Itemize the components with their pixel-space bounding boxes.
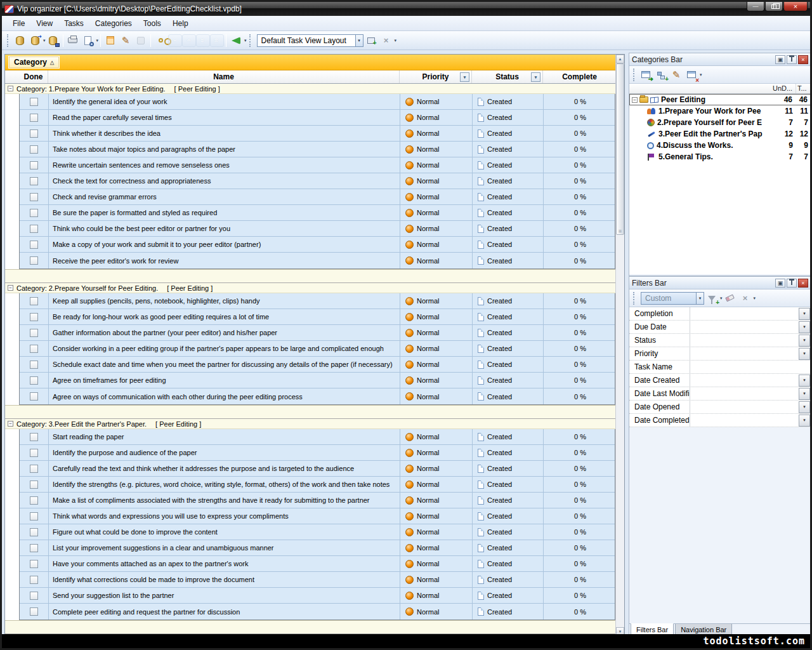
categories-float-button[interactable]: ▣	[775, 55, 785, 64]
minimize-button[interactable]: —	[747, 2, 764, 11]
column-total[interactable]: T...	[796, 84, 811, 93]
done-checkbox[interactable]	[30, 345, 38, 353]
delete-filter-button[interactable]: ×	[738, 291, 753, 306]
tree-item[interactable]: 1.Prepare Your Work for Pee 11 11	[629, 105, 811, 117]
done-checkbox[interactable]	[30, 329, 38, 337]
done-checkbox[interactable]	[30, 576, 38, 584]
scroll-up-button[interactable]: ▲	[616, 55, 624, 63]
done-checkbox[interactable]	[30, 496, 38, 505]
toolbar-grip[interactable]	[633, 292, 636, 305]
menu-help[interactable]: Help	[167, 17, 194, 30]
done-checkbox[interactable]	[30, 98, 38, 106]
tree-item[interactable]: 2.Prepare Yourself for Peer E 7 7	[629, 117, 811, 128]
filter-value-area[interactable]	[690, 401, 799, 413]
task-row[interactable]: Think who could be the best peer editor …	[20, 221, 615, 237]
done-checkbox[interactable]	[30, 449, 38, 457]
task-row[interactable]: Think whether it describes the idea Norm…	[20, 126, 615, 142]
open-database-button[interactable]: ➜	[27, 33, 43, 48]
done-checkbox[interactable]	[30, 361, 38, 369]
task-row[interactable]: Agree on timeframes for peer editing Nor…	[20, 373, 615, 388]
menu-file[interactable]: File	[7, 17, 30, 30]
task-row[interactable]: Take notes about major topics and paragr…	[20, 142, 615, 157]
layout-options-dropdown[interactable]: ▾	[395, 38, 397, 43]
filter-value-area[interactable]	[690, 321, 799, 333]
tree-item[interactable]: 5.General Tips. 7 7	[629, 151, 811, 162]
category-group-header[interactable]: − Category: 2.Prepare Yourself for Peer …	[5, 283, 615, 293]
collapse-icon[interactable]: −	[8, 285, 13, 291]
task-row[interactable]: Carefully read the text and think whethe…	[20, 461, 615, 477]
filter-preset-dropdown[interactable]: ▾	[696, 293, 704, 304]
status-filter-button[interactable]: ▾	[531, 72, 540, 82]
done-checkbox[interactable]	[30, 433, 38, 441]
filter-value-area[interactable]	[690, 347, 799, 360]
toolbar-grip[interactable]	[7, 34, 10, 47]
task-row[interactable]: Identify the purpose and audience of the…	[20, 445, 615, 461]
task-row[interactable]: Be ready for long-hour work as good peer…	[20, 309, 615, 325]
filter-dropdown-button[interactable]: ▾	[799, 321, 810, 333]
filters-toolbar-dropdown[interactable]: ▾	[754, 296, 756, 301]
column-priority[interactable]: Priority ▾	[400, 70, 472, 83]
reminder-button[interactable]	[228, 33, 244, 48]
filter-preset-combobox[interactable]: Custom ▾	[641, 292, 704, 305]
menu-tasks[interactable]: Tasks	[58, 17, 89, 30]
filters-float-button[interactable]: ▣	[775, 279, 785, 288]
group-by-category-button[interactable]: Category △	[9, 56, 59, 68]
delete-task-button[interactable]	[133, 33, 148, 48]
filter-dropdown-button[interactable]: ▾	[799, 388, 810, 400]
done-checkbox[interactable]	[30, 114, 38, 122]
filter-value-area[interactable]	[690, 387, 799, 400]
task-row[interactable]: Make a copy of your work and submit it t…	[20, 237, 615, 253]
menu-categories[interactable]: Categories	[89, 17, 138, 30]
menu-tools[interactable]: Tools	[138, 17, 167, 30]
edit-task-button[interactable]: ✎	[118, 33, 133, 48]
task-row[interactable]: Rewrite uncertain sentences and remove s…	[20, 157, 615, 173]
task-row[interactable]: Read the paper carefully several times N…	[20, 110, 615, 126]
done-checkbox[interactable]	[30, 225, 38, 233]
category-group-header[interactable]: − Category: 3.Peer Edit the Partner's Pa…	[5, 419, 615, 429]
task-row[interactable]: Check and revise grammar errors Normal C…	[20, 189, 615, 205]
view-task-button[interactable]	[153, 33, 168, 48]
save-layout-button[interactable]	[363, 33, 379, 48]
done-checkbox[interactable]	[30, 129, 38, 138]
column-done[interactable]: Done	[19, 70, 48, 83]
move-to-top-button[interactable]: «	[210, 34, 224, 47]
priority-filter-button[interactable]: ▾	[460, 72, 469, 82]
done-checkbox[interactable]	[30, 193, 38, 201]
task-row[interactable]: Have your comments attached as an apex t…	[20, 556, 615, 572]
done-checkbox[interactable]	[30, 481, 38, 489]
filters-close-button[interactable]: ×	[798, 279, 808, 288]
move-down-button[interactable]: ›	[168, 34, 182, 47]
print-preview-button[interactable]	[81, 33, 96, 48]
delete-layout-button[interactable]: ×	[379, 33, 394, 48]
task-row[interactable]: Make a list of compliments associated wi…	[20, 493, 615, 508]
move-up-button[interactable]: ‹	[182, 34, 196, 47]
task-row[interactable]: Identify the general idea of your work N…	[20, 94, 615, 110]
menu-view[interactable]: View	[30, 17, 58, 30]
filter-value-area[interactable]	[690, 334, 799, 347]
done-checkbox[interactable]	[30, 313, 38, 321]
categories-toolbar-dropdown[interactable]: ▾	[700, 72, 702, 77]
filter-value-area[interactable]	[690, 307, 799, 320]
done-checkbox[interactable]	[30, 145, 38, 154]
task-row[interactable]: Identify what corrections could be made …	[20, 572, 615, 588]
filter-dropdown-button[interactable]: ▾	[799, 401, 810, 413]
new-subcategory-button[interactable]: +	[653, 67, 669, 83]
close-button[interactable]: ×	[783, 2, 808, 11]
task-row[interactable]: List your improvement suggestions in a c…	[20, 540, 615, 556]
task-row[interactable]: Receive the peer editor's work for revie…	[20, 253, 615, 269]
filter-dropdown-button[interactable]: ▾	[799, 375, 810, 387]
vertical-scrollbar[interactable]: ▲ ≡ ▼	[615, 55, 624, 636]
categories-pin-button[interactable]	[787, 55, 797, 64]
tree-root-peer-editing[interactable]: − Peer Editing 46 46	[629, 94, 811, 105]
filters-pin-button[interactable]	[787, 279, 797, 288]
done-checkbox[interactable]	[30, 209, 38, 217]
task-row[interactable]: Gather information about the partner (yo…	[20, 325, 615, 341]
collapse-icon[interactable]: −	[8, 421, 13, 427]
category-group-header[interactable]: − Category: 1.Prepare Your Work for Peer…	[5, 84, 615, 94]
categories-close-button[interactable]: ×	[798, 55, 808, 64]
tree-item[interactable]: 3.Peer Edit the Partner's Pap 12 12	[629, 128, 811, 140]
done-checkbox[interactable]	[30, 241, 38, 249]
done-checkbox[interactable]	[30, 512, 38, 521]
task-row[interactable]: Schedule exact date and time when you me…	[20, 357, 615, 373]
task-row[interactable]: Be sure the paper is formatted and style…	[20, 205, 615, 221]
